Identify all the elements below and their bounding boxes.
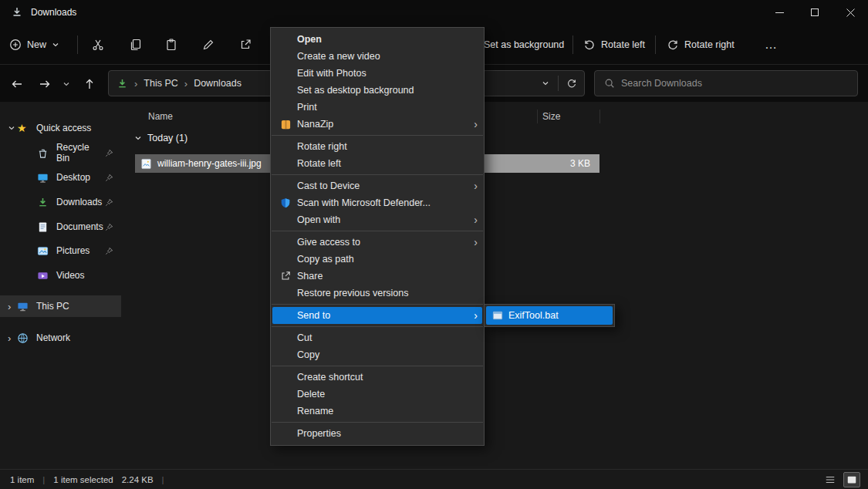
sidebar-item-quick-access[interactable]: ★ Quick access — [0, 117, 121, 139]
maximize-button[interactable] — [797, 0, 833, 25]
menu-item-edit-with-photos[interactable]: Edit with Photos — [271, 65, 484, 82]
title-bar: Downloads — [0, 0, 868, 25]
menu-item-open-with[interactable]: Open with › — [271, 211, 484, 228]
sidebar-item-videos[interactable]: Videos — [0, 265, 121, 286]
menu-item-create-a-new-video[interactable]: Create a new video — [271, 48, 484, 65]
rotate-right-icon — [667, 39, 679, 51]
image-file-icon — [140, 158, 152, 170]
menu-item-rename[interactable]: Rename — [271, 403, 484, 420]
new-button-label: New — [27, 39, 46, 50]
sidebar-item-this-pc[interactable]: › This PC — [0, 295, 121, 317]
group-header-today[interactable]: Today (1) — [134, 133, 187, 143]
menu-item-copy[interactable]: Copy — [271, 346, 484, 363]
sidebar-item-downloads[interactable]: Downloads — [0, 191, 121, 213]
details-view-button[interactable] — [822, 472, 839, 487]
forward-button[interactable] — [35, 74, 55, 94]
refresh-button[interactable] — [559, 71, 584, 96]
menu-item-share[interactable]: Share — [271, 268, 484, 285]
menu-item-print[interactable]: Print — [271, 99, 484, 116]
menu-item-rotate-right[interactable]: Rotate right — [271, 138, 484, 155]
search-icon — [604, 78, 615, 89]
close-button[interactable] — [833, 0, 868, 25]
submenu-arrow-icon: › — [474, 214, 478, 225]
menu-separator — [272, 174, 483, 175]
menu-item-rotate-left[interactable]: Rotate left — [271, 155, 484, 172]
chevron-right-icon[interactable]: › — [0, 301, 17, 312]
minimize-button[interactable] — [762, 0, 797, 25]
menu-item-create-shortcut[interactable]: Create shortcut — [271, 369, 484, 386]
sidebar-item-pictures[interactable]: Pictures — [0, 240, 121, 261]
nanazip-icon — [280, 119, 297, 130]
thumbnail-view-button[interactable] — [843, 472, 860, 487]
rename-icon — [202, 39, 214, 51]
share-button[interactable] — [239, 25, 252, 64]
menu-separator — [272, 326, 483, 327]
rotate-left-label: Rotate left — [601, 39, 645, 50]
menu-separator — [272, 422, 483, 423]
sidebar-item-label: Videos — [56, 270, 84, 281]
submenu-item-exiftool[interactable]: ExifTool.bat — [486, 306, 613, 325]
address-dropdown-button[interactable] — [532, 71, 558, 96]
status-divider: | — [162, 475, 164, 484]
file-explorer-window: { "colors": {"accent": "#0d78d4", "selec… — [0, 0, 868, 489]
chevron-down-icon — [52, 41, 59, 49]
menu-item-cast-to-device[interactable]: Cast to Device › — [271, 177, 484, 194]
menu-item-delete[interactable]: Delete — [271, 386, 484, 403]
back-button[interactable] — [7, 74, 27, 94]
menu-item-scan-with-microsoft-defender[interactable]: Scan with Microsoft Defender... — [271, 194, 484, 211]
copy-icon — [129, 39, 141, 51]
sidebar-item-documents[interactable]: Documents — [0, 216, 121, 238]
column-size[interactable]: Size — [542, 111, 560, 122]
chevron-right-icon[interactable]: › — [0, 332, 17, 344]
pin-icon — [105, 174, 113, 182]
sidebar-item-recycle-bin[interactable]: Recycle Bin — [0, 142, 121, 164]
menu-item-give-access-to[interactable]: Give access to › — [271, 234, 484, 251]
search-box[interactable] — [594, 70, 858, 96]
window-controls — [762, 0, 868, 25]
chevron-down-icon[interactable] — [134, 134, 142, 142]
column-divider[interactable] — [599, 110, 600, 123]
menu-separator — [272, 304, 483, 305]
sidebar-item-network[interactable]: › Network — [0, 327, 121, 349]
sidebar-item-label: Downloads — [56, 197, 102, 207]
column-name[interactable]: Name — [148, 111, 173, 122]
rename-button[interactable] — [202, 25, 214, 64]
breadcrumb-downloads[interactable]: Downloads — [194, 78, 241, 89]
star-icon: ★ — [17, 123, 29, 133]
menu-item-properties[interactable]: Properties — [271, 425, 484, 442]
breadcrumb-this-pc[interactable]: This PC — [144, 78, 177, 89]
menu-item-set-as-desktop-background[interactable]: Set as desktop background — [271, 82, 484, 99]
pin-icon — [105, 223, 113, 231]
toolbar-divider — [572, 35, 573, 54]
context-menu: Open Create a new video Edit with Photos… — [270, 27, 485, 446]
rotate-right-button[interactable]: Rotate right — [667, 25, 735, 64]
menu-separator — [272, 231, 483, 231]
menu-item-nanazip[interactable]: NanaZip › — [271, 116, 484, 133]
menu-item-restore-previous-versions[interactable]: Restore previous versions — [271, 285, 484, 302]
exiftool-icon — [492, 310, 503, 321]
pin-icon — [105, 198, 113, 207]
submenu-arrow-icon: › — [474, 237, 478, 248]
up-button[interactable] — [79, 74, 100, 94]
sidebar: ★ Quick access Recycle Bin Desktop Downl… — [0, 102, 123, 469]
recent-locations-chevron[interactable] — [59, 74, 74, 94]
sidebar-item-label: Recycle Bin — [56, 142, 105, 164]
chevron-down-icon[interactable] — [0, 124, 17, 132]
sidebar-item-desktop[interactable]: Desktop — [0, 167, 121, 188]
menu-item-open[interactable]: Open — [271, 31, 484, 48]
cut-button[interactable] — [92, 25, 104, 64]
more-options-button[interactable]: … — [761, 25, 781, 64]
documents-icon — [37, 221, 49, 233]
copy-button[interactable] — [129, 25, 141, 64]
menu-item-cut[interactable]: Cut — [271, 329, 484, 346]
this-pc-icon — [17, 301, 29, 312]
defender-shield-icon — [280, 197, 297, 208]
column-header: Name Size — [123, 106, 868, 126]
new-button[interactable]: New — [9, 25, 59, 64]
rotate-left-button[interactable]: Rotate left — [583, 25, 645, 64]
search-input[interactable] — [621, 78, 837, 89]
menu-item-copy-as-path[interactable]: Copy as path — [271, 251, 484, 268]
paste-button[interactable] — [165, 25, 177, 64]
column-divider[interactable] — [537, 110, 538, 123]
menu-item-send-to[interactable]: Send to › — [272, 307, 482, 324]
